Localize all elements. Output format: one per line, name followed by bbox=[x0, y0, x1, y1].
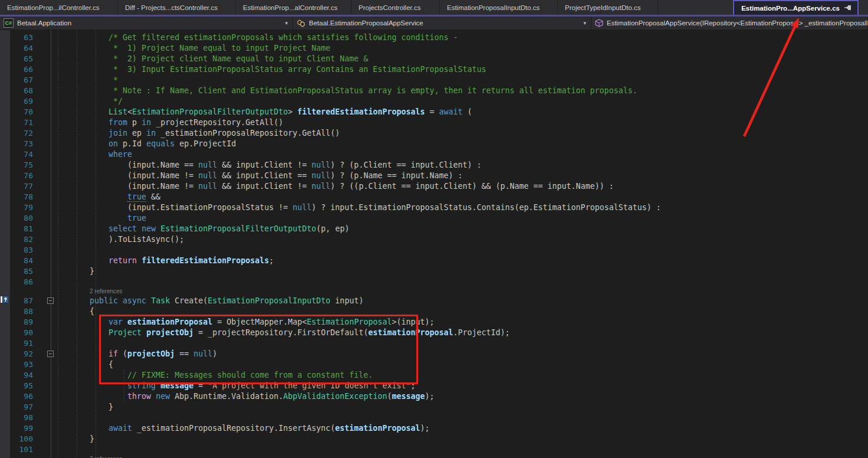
code-text: // FIXME: Messages should come from a co… bbox=[52, 370, 373, 381]
code-text: * Note : If Name, Client and EstimationP… bbox=[52, 86, 637, 96]
type-dropdown-label: Betaal.EstimationProposalAppService bbox=[309, 19, 423, 27]
code-editor[interactable]: 63/* Get filtered estimationProposals wh… bbox=[0, 30, 868, 458]
visual-studio-window: EstimationProp...ilController.csDiff - P… bbox=[0, 0, 868, 458]
code-line: 77(input.Name != null && input.Client !=… bbox=[0, 181, 868, 192]
tab-label: EstimationProp...alController.cs bbox=[243, 4, 337, 11]
code-line: 72join ep in _estimationProposalReposito… bbox=[0, 128, 868, 139]
code-line: 74where bbox=[0, 149, 868, 160]
code-line: 67* bbox=[0, 75, 868, 86]
code-text: * 3) Input EstimationProposalStatus arra… bbox=[52, 64, 486, 75]
code-line: 99await _estimationProposalRepository.In… bbox=[0, 423, 868, 434]
method-icon bbox=[595, 19, 603, 27]
code-line: 97} bbox=[0, 402, 868, 413]
project-dropdown-label: Betaal.Application bbox=[17, 19, 71, 27]
tab-label: EstimationProp...ilController.cs bbox=[7, 4, 100, 11]
line-number: 93 bbox=[12, 359, 33, 370]
code-text: join ep in _estimationProposalRepository… bbox=[52, 128, 340, 139]
chevron-down-icon[interactable]: ▾ bbox=[583, 20, 586, 26]
member-dropdown-label: EstimationProposalAppService(IRepository… bbox=[607, 19, 868, 27]
editor-tab[interactable]: ProjectTypeIdInputDto.cs bbox=[558, 0, 658, 15]
line-number: 94 bbox=[12, 370, 33, 381]
code-line: 84return filteredEstimationProposals; bbox=[0, 256, 868, 266]
margin-change-icon bbox=[1, 296, 9, 303]
code-text: { bbox=[52, 306, 94, 317]
code-text: List<EstimationProposalFilterOutputDto> … bbox=[52, 107, 472, 117]
pin-icon[interactable] bbox=[844, 4, 853, 12]
code-line: 96throw new Abp.Runtime.Validation.AbpVa… bbox=[0, 391, 868, 402]
line-number: 90 bbox=[12, 328, 33, 338]
line-number: 67 bbox=[12, 75, 33, 86]
tab-label: EstimationPro...AppService.cs bbox=[741, 5, 840, 12]
code-text: on p.Id equals ep.ProjectId bbox=[52, 139, 236, 149]
line-number: 75 bbox=[12, 160, 33, 171]
editor-tab[interactable]: Diff - Projects...ctsController.cs bbox=[118, 0, 236, 15]
line-number: 64 bbox=[12, 43, 33, 54]
line-number: 79 bbox=[12, 202, 33, 213]
type-dropdown[interactable]: Betaal.EstimationProposalAppService ▾ bbox=[293, 17, 591, 30]
code-text: where bbox=[52, 149, 132, 160]
code-text: public async Task Create(EstimationPropo… bbox=[52, 296, 363, 306]
code-text: throw new Abp.Runtime.Validation.AbpVali… bbox=[52, 391, 435, 402]
code-text: (input.EstimationProposalStatus != null)… bbox=[52, 202, 661, 213]
code-line: 101 bbox=[0, 444, 868, 455]
code-line: 65* 2) Project client Name equal to inpu… bbox=[0, 54, 868, 64]
code-text: return filteredEstimationProposals; bbox=[52, 256, 274, 266]
code-line: 95string message = "A project with the g… bbox=[0, 381, 868, 391]
code-line: 76(input.Name != null && input.Client ==… bbox=[0, 171, 868, 181]
line-number: 74 bbox=[12, 149, 33, 160]
line-number: 70 bbox=[12, 107, 33, 117]
code-line: 93{ bbox=[0, 359, 868, 370]
line-number: 81 bbox=[12, 224, 33, 234]
project-dropdown[interactable]: C# Betaal.Application ▾ bbox=[0, 17, 293, 30]
line-number: 86 bbox=[12, 277, 33, 287]
editor-tab[interactable]: EstimationProp...ilController.cs bbox=[0, 0, 118, 15]
tab-label: EstimationProposalInputDto.cs bbox=[447, 4, 540, 11]
line-number: 83 bbox=[12, 245, 33, 256]
code-text: string message = "A project with the giv… bbox=[52, 381, 415, 391]
tab-label: ProjectsController.cs bbox=[359, 4, 420, 11]
line-number: 73 bbox=[12, 139, 33, 149]
code-line: 94// FIXME: Messages should come from a … bbox=[0, 370, 868, 381]
editor-tab[interactable]: EstimationProposalInputDto.cs bbox=[440, 0, 558, 15]
editor-tab[interactable]: EstimationProp...alController.cs bbox=[236, 0, 351, 15]
code-line: 90Project projectObj = _projectRepositor… bbox=[0, 328, 868, 338]
code-text: */ bbox=[52, 96, 123, 107]
code-line: 100} bbox=[0, 434, 868, 444]
codelens-row: 2 references bbox=[0, 287, 868, 296]
line-number: 99 bbox=[12, 423, 33, 434]
line-number: 85 bbox=[12, 266, 33, 277]
code-line: 92−if (projectObj == null) bbox=[0, 349, 868, 359]
code-text: from p in _projectRepository.GetAll() bbox=[52, 117, 283, 128]
line-number: 72 bbox=[12, 128, 33, 139]
code-text: ).ToListAsync(); bbox=[52, 234, 184, 245]
code-text: * bbox=[52, 75, 118, 86]
code-line: 70List<EstimationProposalFilterOutputDto… bbox=[0, 107, 868, 117]
line-number: 80 bbox=[12, 213, 33, 224]
code-lines: 63/* Get filtered estimationProposals wh… bbox=[0, 32, 868, 458]
codelens-references[interactable]: 2 references bbox=[90, 455, 123, 458]
line-number: 65 bbox=[12, 54, 33, 64]
line-number: 82 bbox=[12, 234, 33, 245]
line-number: 92 bbox=[12, 349, 33, 359]
code-text: await _estimationProposalRepository.Inse… bbox=[52, 423, 429, 434]
code-text: { bbox=[52, 359, 113, 370]
chevron-down-icon[interactable]: ▾ bbox=[285, 20, 288, 26]
line-number: 95 bbox=[12, 381, 33, 391]
codelens-references[interactable]: 2 references bbox=[90, 287, 123, 296]
line-number: 101 bbox=[12, 444, 33, 455]
code-line: 81select new EstimationProposalFilterOut… bbox=[0, 224, 868, 234]
editor-tab-active[interactable]: EstimationPro...AppService.cs bbox=[733, 0, 859, 15]
line-number: 77 bbox=[12, 181, 33, 192]
member-dropdown[interactable]: EstimationProposalAppService(IRepository… bbox=[591, 17, 868, 30]
code-text: } bbox=[52, 434, 94, 444]
code-line: 89var estimationProposal = ObjectMapper.… bbox=[0, 317, 868, 328]
codelens-row: 2 references bbox=[0, 455, 868, 458]
code-text: (input.Name != null && input.Client != n… bbox=[52, 181, 614, 192]
code-text: select new EstimationProposalFilterOutpu… bbox=[52, 224, 349, 234]
editor-tab[interactable]: ProjectsController.cs bbox=[351, 0, 440, 15]
code-line: 83 bbox=[0, 245, 868, 256]
code-line: 73on p.Id equals ep.ProjectId bbox=[0, 139, 868, 149]
class-icon bbox=[297, 19, 305, 27]
code-line: 68* Note : If Name, Client and Estimatio… bbox=[0, 86, 868, 96]
line-number: 69 bbox=[12, 96, 33, 107]
